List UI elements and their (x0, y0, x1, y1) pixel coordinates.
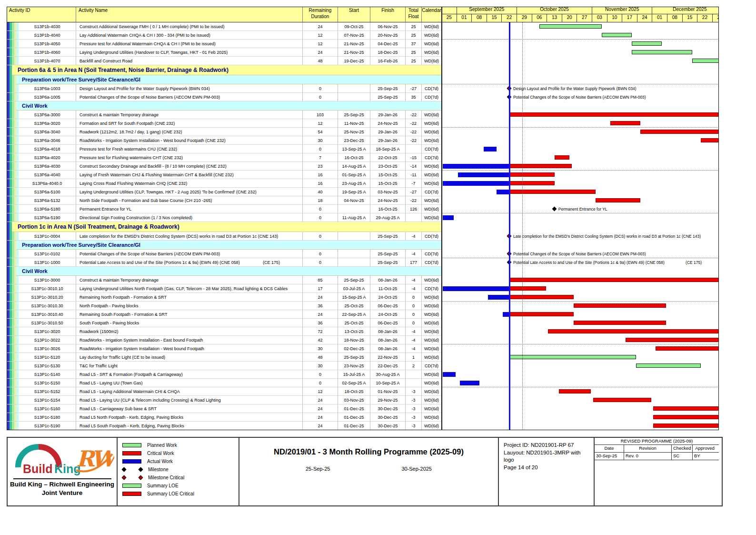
activity-id: S13P1c-5150 (19, 381, 76, 385)
table-header: Activity IDActivity NameRemaining Durati… (7, 7, 442, 22)
value-cell: 30-Dec-25 (370, 413, 406, 422)
activity-id-cell: S13P6a-5132 (7, 196, 76, 205)
month-band: September 2025 (457, 7, 517, 14)
activity-name-cell: Construct Additional Sewerage FMH ( 0 / … (76, 22, 303, 31)
legend-label: Planned Work (147, 443, 177, 448)
week-tick: 25 (442, 14, 457, 22)
value-cell: 18-Nov-25 (338, 336, 370, 344)
value-cell: 0 (303, 379, 338, 387)
activity-id-cell: S13P1b-4050 (7, 40, 76, 48)
gantt-row (442, 196, 719, 205)
activity-id: S13P1c-3010.10 (19, 286, 76, 291)
value-cell: 25-Sep-25 (338, 353, 370, 362)
gantt-row (442, 302, 719, 310)
month-band: December 2025 (652, 7, 719, 14)
activity-name-cell: Road L5 - SRT & Formation (Footpath & Ca… (76, 370, 303, 379)
value-cell: WD(6d) (422, 171, 442, 179)
value-cell: -3 (406, 413, 422, 422)
value-cell: 03-Nov-25 (370, 188, 406, 196)
value-cell: CD(7d) (422, 188, 442, 196)
activity-name-cell: Laying Underground Utilities North Footp… (76, 284, 303, 293)
milestone-label: Design Layout and Profile for the Water … (513, 86, 637, 91)
week-tick: 22 (502, 14, 517, 22)
value-cell: 23-Dec-25 (338, 136, 370, 145)
gantt-row (442, 188, 719, 196)
gantt-row (442, 293, 719, 302)
activity-id-cell: S13P1c-3010.20 (7, 293, 76, 302)
value-cell: 08-Jan-26 (370, 336, 406, 344)
activity-id-cell: S13P1c-5150 (7, 379, 76, 387)
milestone-label: Potential Changes of the Scope of Noise … (513, 252, 646, 256)
gantt-row (442, 40, 719, 48)
value-cell: CD(7d) (422, 232, 442, 241)
gantt-row (442, 171, 719, 179)
value-cell: 18-Sep-25 A (370, 145, 406, 153)
value-cell: 08-Jan-26 (370, 327, 406, 336)
activity-id: S13P6a-4040.0 (19, 181, 76, 186)
value-cell: WD(6d) (422, 179, 442, 188)
activity-name-cell: Road L5 - Carriageway Sub base & SRT (76, 404, 303, 413)
value-cell: 48 (303, 57, 338, 65)
planned-bar (632, 41, 662, 46)
activity-row: S13P1b-4060Laying Underground Utilities … (7, 48, 719, 57)
activity-id-cell: S13P1c-5120 (7, 353, 76, 362)
gantt-row (442, 179, 719, 188)
value-cell: WD(6d) (422, 276, 442, 284)
activity-name-cell: North Side Footpath - Formation and Sub … (76, 196, 303, 205)
timeline-months: September 2025October 2025November 2025D… (442, 7, 719, 14)
activity-id: S13P6a-5190 (19, 215, 76, 220)
revision-value: BY (693, 453, 717, 460)
activity-row: S13P6a-5190Directional Sign Footing Cons… (7, 213, 719, 222)
logo-divider (13, 478, 111, 479)
month-band: November 2025 (592, 7, 652, 14)
table-row-cells: S13P6a-4040Laying of Fresh Watermain CHJ… (7, 171, 442, 179)
table-row-cells: Preparation work/Tree Survey/Site Cleara… (7, 75, 442, 84)
activity-id-cell: S13P6a-3020 (7, 119, 76, 128)
activity-id-cell: S13P6a-5100 (7, 188, 76, 196)
legend-label: Summary LOE (147, 483, 179, 488)
activity-row: S13P1b-4040Lay Additional Watermain CHQA… (7, 31, 719, 40)
activity-row: S13P6a-4020Pressure test for Flushing wa… (7, 153, 719, 162)
table-row-cells: S13P1c-5152Road L5 - Laying Additional W… (7, 387, 442, 396)
legend-label: Critical Work (147, 451, 174, 456)
table-row-cells: S13P1c-5150Road L5 - Laying UU (Town Gas… (7, 379, 442, 387)
activity-id-cell: S13P1c-5154 (7, 396, 76, 404)
legend-bar-swatch (122, 443, 141, 447)
activity-row: S13P1c-0004Late completion for the EMSD'… (7, 232, 719, 241)
column-header: Remaining Duration (303, 7, 338, 22)
value-cell: 11-Nov-25 (338, 119, 370, 128)
activity-name-cell: Road L5 - Laying UU (CLP & Telecom inclu… (76, 396, 303, 404)
company-name: Build King – Richwell Engineering (8, 480, 117, 489)
legend-item: Milestone (122, 465, 239, 474)
activity-id: S13P6a-1003 (19, 86, 76, 91)
activity-id-cell: S13P6a-1005 (7, 93, 76, 101)
value-cell: 03-Jul-25 A (338, 284, 370, 293)
value-cell: 22-Sep-25 A (338, 310, 370, 319)
activity-id-cell: S13P1c-3010.10 (7, 284, 76, 293)
table-row-cells: Civil Work (7, 101, 442, 111)
gantt-row (442, 422, 719, 430)
value-cell: 29-Aug-25 A (370, 213, 406, 222)
value-cell: -3 (406, 422, 422, 430)
critical-bar (656, 346, 719, 351)
column-header: Start (338, 7, 370, 22)
value-cell: WD(6d) (422, 119, 442, 128)
value-cell: WD(6d) (422, 422, 442, 430)
table-row-cells: S13P1c-0102Potential Changes of the Scop… (7, 250, 442, 258)
value-cell: 24-Oct-25 (370, 293, 406, 302)
table-row-cells: S13P1c-5140Road L5 - SRT & Formation (Fo… (7, 370, 442, 379)
value-cell: 16-Oct-25 (370, 205, 406, 213)
value-cell: -3 (406, 387, 422, 396)
activity-id-cell: S13P1c-0102 (7, 250, 76, 258)
gantt-row (442, 75, 719, 84)
value-cell: 36 (303, 319, 338, 327)
activity-row: S13P6a-3046RoadWorks - Irrigation System… (7, 136, 719, 145)
legend-item: Planned Work (122, 441, 239, 449)
revision-col-header: Approved (693, 445, 717, 452)
gantt-row (442, 31, 719, 40)
critical-bar (509, 286, 546, 291)
value-cell: 24 (303, 310, 338, 319)
revision-header-row: DateRevisionCheckedApproved (595, 445, 719, 453)
value-cell: 29-Nov-25 (370, 396, 406, 404)
revision-col-header: Checked (672, 445, 693, 452)
